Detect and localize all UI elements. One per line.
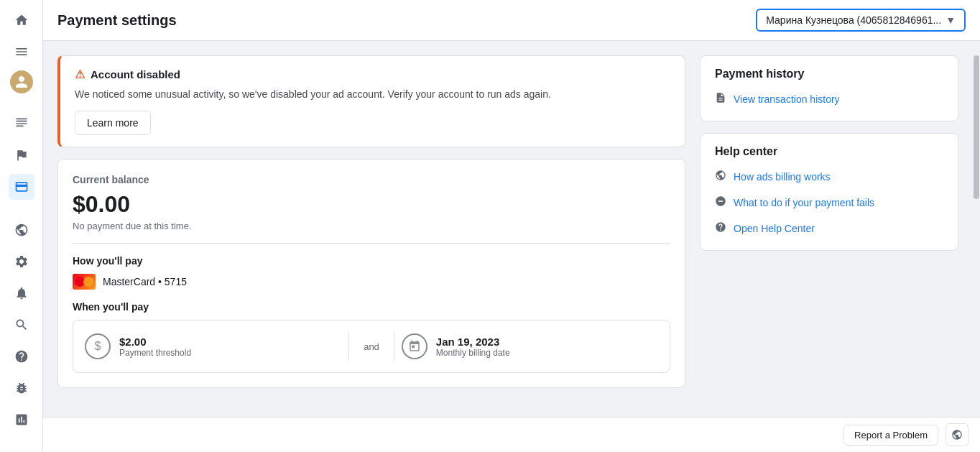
threshold-amount: $2.00 <box>119 336 191 348</box>
sidebar-analytics[interactable] <box>9 407 34 433</box>
sidebar-billing[interactable] <box>9 174 34 200</box>
scroll-track <box>973 41 980 417</box>
alert-body: We noticed some unusual activity, so we'… <box>75 87 670 102</box>
header: Payment settings Марина Кузнецова (40658… <box>43 0 980 41</box>
content-area: ⚠ Account disabled We noticed some unusu… <box>43 41 973 417</box>
sidebar-bell[interactable] <box>9 280 34 306</box>
chevron-down-icon: ▼ <box>946 14 956 26</box>
open-help-label: Open Help Center <box>734 223 815 234</box>
avatar[interactable] <box>10 70 33 93</box>
sidebar-debug[interactable] <box>9 375 34 401</box>
footer: Report a Problem <box>43 417 980 452</box>
account-name: Марина Кузнецова (4065812846961... <box>766 14 941 26</box>
help-center-card: Help center How ads billing works Wha <box>700 133 958 251</box>
warning-icon: ⚠ <box>75 68 85 81</box>
payment-fails-link[interactable]: What to do if your payment fails <box>715 193 943 213</box>
balance-note: No payment due at this time. <box>73 221 670 231</box>
balance-amount: $0.00 <box>73 191 670 218</box>
sidebar-flag[interactable] <box>9 142 34 168</box>
card-name: MasterCard • 5715 <box>103 276 187 287</box>
threshold-item: $ $2.00 Payment threshold <box>85 333 341 359</box>
threshold-label: Payment threshold <box>119 348 191 358</box>
language-button[interactable] <box>946 423 969 446</box>
sidebar-campaigns[interactable] <box>9 111 34 137</box>
sidebar-menu[interactable] <box>9 39 34 65</box>
calendar-icon <box>402 333 427 359</box>
account-selector[interactable]: Марина Кузнецова (4065812846961... ▼ <box>756 9 966 32</box>
help-center-title: Help center <box>715 145 943 158</box>
sidebar-globe[interactable] <box>9 217 34 243</box>
when-pay-label: When you'll pay <box>73 301 670 313</box>
dollar-icon: $ <box>85 333 111 359</box>
report-problem-button[interactable]: Report a Problem <box>843 425 938 446</box>
sidebar-home[interactable] <box>9 7 34 33</box>
alert-box: ⚠ Account disabled We noticed some unusu… <box>57 55 685 147</box>
balance-card: Current balance $0.00 No payment due at … <box>57 159 685 388</box>
alert-title: ⚠ Account disabled <box>75 68 670 81</box>
sidebar <box>0 0 43 452</box>
sidebar-help[interactable] <box>9 343 34 369</box>
view-transaction-link[interactable]: View transaction history <box>715 89 943 109</box>
payment-fails-label: What to do if your payment fails <box>734 197 874 208</box>
balance-label: Current balance <box>73 174 670 185</box>
scroll-thumb[interactable] <box>974 55 979 199</box>
learn-more-button[interactable]: Learn more <box>75 111 151 135</box>
page-title: Payment settings <box>57 12 177 29</box>
billing-date-item: Jan 19, 2023 Monthly billing date <box>402 333 658 359</box>
left-panel: ⚠ Account disabled We noticed some unusu… <box>57 55 685 402</box>
view-transaction-label: View transaction history <box>734 93 840 105</box>
main-content: Payment settings Марина Кузнецова (40658… <box>43 0 980 452</box>
and-divider: and <box>348 332 394 361</box>
threshold-info: $2.00 Payment threshold <box>119 336 191 358</box>
payment-history-title: Payment history <box>715 68 943 80</box>
transaction-icon <box>715 92 726 106</box>
right-panel: Payment history View transaction history… <box>700 55 958 402</box>
how-billing-label: How ads billing works <box>734 171 831 183</box>
open-help-center-link[interactable]: Open Help Center <box>715 218 943 239</box>
how-pay-label: How you'll pay <box>73 255 670 267</box>
card-method: MasterCard • 5715 <box>73 274 670 290</box>
billing-date-info: Jan 19, 2023 Monthly billing date <box>436 336 510 358</box>
question-circle-icon <box>715 221 726 236</box>
minus-circle-icon <box>715 195 726 210</box>
how-billing-works-link[interactable]: How ads billing works <box>715 167 943 187</box>
sidebar-search[interactable] <box>9 312 34 338</box>
sidebar-settings[interactable] <box>9 249 34 275</box>
mastercard-icon <box>73 274 96 290</box>
globe-icon <box>715 170 726 184</box>
billing-date: Jan 19, 2023 <box>436 336 510 348</box>
payment-schedule: $ $2.00 Payment threshold and <box>73 320 670 373</box>
payment-history-card: Payment history View transaction history <box>700 55 958 121</box>
billing-label: Monthly billing date <box>436 348 510 358</box>
